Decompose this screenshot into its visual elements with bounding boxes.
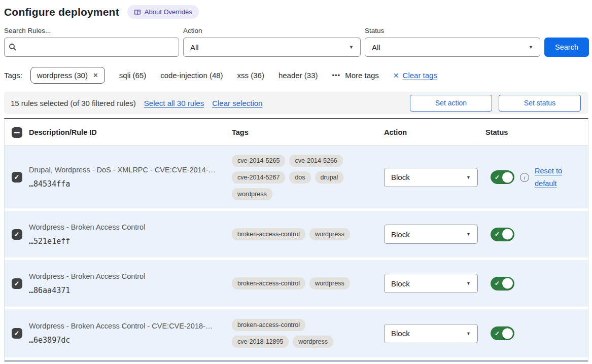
search-input[interactable] [21, 38, 175, 56]
rule-id: …6e3897dc [29, 336, 225, 345]
search-button[interactable]: Search [544, 38, 589, 57]
rule-action-cell: Block ▼ [384, 274, 485, 293]
rule-action-select[interactable]: Block ▼ [384, 168, 478, 187]
check-icon: ✓ [495, 330, 500, 337]
search-rules-label: Search Rules... [4, 27, 179, 34]
rule-status-cell: ✓ [485, 326, 588, 340]
rule-description: Wordpress - Broken Access Control - CVE:… [29, 322, 225, 330]
table-row: ✓ Wordpress - Broken Access Control - CV… [5, 309, 588, 357]
tag-chip: wordpress [293, 336, 333, 348]
status-filter: Status All ▼ [365, 27, 540, 57]
search-filter: Search Rules... [4, 27, 179, 57]
clear-tags-label: Clear tags [403, 71, 437, 80]
selected-tag-label: wordpress (30) [37, 71, 88, 80]
page-header: Configure deployment About Overrides [4, 5, 588, 19]
toggle-knob [502, 328, 513, 339]
rule-action-select[interactable]: Block ▼ [384, 274, 478, 293]
rule-description: Drupal, Wordpress - DoS - XMLRPC - CVE:C… [29, 166, 225, 174]
chevron-down-icon: ▼ [529, 45, 533, 50]
check-icon: ✓ [495, 280, 500, 287]
tag-chip: wordpress [309, 277, 350, 289]
remove-tag-icon[interactable]: ✕ [93, 71, 98, 79]
status-toggle[interactable]: ✓ [491, 170, 514, 184]
header-checkbox-cell [5, 127, 29, 138]
column-header-status: Status [485, 128, 588, 136]
row-checkbox-cell: ✓ [5, 278, 29, 289]
selected-tag-chip-wordpress[interactable]: wordpress (30) ✕ [30, 67, 105, 84]
tag-chip: cve-2018-12895 [232, 336, 289, 348]
rule-id: …86aa4371 [29, 286, 225, 295]
check-icon: ✓ [14, 330, 20, 337]
action-filter-value: All [190, 43, 199, 52]
bulk-action-buttons: Set action Set status [410, 95, 582, 112]
rule-action-cell: Block ▼ [384, 324, 485, 343]
chevron-down-icon: ▼ [466, 175, 471, 180]
tag-chip: broken-access-control [232, 277, 305, 289]
select-all-rules-link[interactable]: Select all 30 rules [144, 99, 204, 107]
row-checkbox[interactable]: ✓ [12, 328, 22, 339]
tag-chip: dos [289, 171, 310, 184]
status-filter-value: All [372, 43, 380, 52]
status-toggle[interactable]: ✓ [491, 228, 514, 241]
tag-chip: drupal [315, 171, 344, 184]
reset-to-default-link[interactable]: Reset to default [535, 165, 567, 190]
more-tags-button[interactable]: ••• More tags [332, 71, 378, 80]
status-toggle[interactable]: ✓ [491, 326, 514, 340]
ellipsis-icon: ••• [332, 71, 340, 79]
clear-selection-link[interactable]: Clear selection [212, 99, 262, 107]
book-icon [134, 9, 141, 16]
rule-description-cell: Wordpress - Broken Access Control - CVE:… [29, 322, 232, 345]
next-row-divider [5, 360, 588, 362]
rule-action-value: Block [391, 329, 410, 338]
indeterminate-mark-icon [14, 132, 20, 133]
chevron-down-icon: ▼ [466, 232, 471, 237]
chevron-down-icon: ▼ [466, 331, 471, 336]
tag-option-header[interactable]: header (33) [278, 71, 318, 80]
close-icon: ✕ [393, 71, 399, 80]
rule-action-select[interactable]: Block ▼ [384, 324, 478, 343]
tag-option-sqli[interactable]: sqli (65) [119, 71, 146, 80]
about-overrides-label: About Overrides [145, 8, 192, 16]
select-all-checkbox[interactable] [12, 127, 22, 138]
toggle-knob [502, 229, 513, 240]
row-checkbox[interactable]: ✓ [12, 278, 22, 289]
rule-description: Wordpress - Broken Access Control [29, 223, 225, 231]
tag-option-code-injection[interactable]: code-injection (48) [160, 71, 223, 80]
check-icon: ✓ [495, 231, 500, 238]
table-row: ✓ Wordpress - Broken Access Control …521… [5, 211, 588, 258]
action-label: Action [183, 27, 361, 34]
rule-status-cell: ✓ i Reset to default [485, 165, 588, 190]
action-filter-select[interactable]: All ▼ [183, 38, 361, 57]
check-icon: ✓ [495, 173, 500, 180]
rule-tags-cell: cve-2014-5265 cve-2014-5266 cve-2014-526… [232, 155, 359, 200]
rule-tags-cell: broken-access-control wordpress [232, 228, 359, 240]
set-status-button[interactable]: Set status [499, 95, 581, 112]
page-title: Configure deployment [4, 6, 119, 18]
rule-description-cell: Drupal, Wordpress - DoS - XMLRPC - CVE:C… [29, 166, 232, 189]
rule-tags-cell: broken-access-control wordpress [232, 277, 359, 289]
info-icon[interactable]: i [520, 173, 529, 182]
row-checkbox-cell: ✓ [5, 328, 29, 339]
rule-action-select[interactable]: Block ▼ [384, 225, 478, 244]
toggle-knob [502, 172, 513, 183]
chevron-down-icon: ▼ [466, 281, 471, 286]
about-overrides-badge[interactable]: About Overrides [127, 5, 199, 19]
tags-bar: Tags: wordpress (30) ✕ sqli (65) code-in… [4, 67, 588, 84]
toggle-knob [502, 278, 513, 289]
clear-tags-link[interactable]: ✕ Clear tags [393, 71, 437, 80]
chevron-down-icon: ▼ [349, 45, 354, 50]
column-header-tags: Tags [232, 128, 384, 136]
tag-chip: cve-2014-5266 [289, 155, 342, 167]
status-filter-select[interactable]: All ▼ [365, 38, 540, 57]
row-checkbox[interactable]: ✓ [12, 172, 22, 183]
selection-summary: 15 rules selected (of 30 filtered rules) [11, 99, 136, 107]
rule-status-cell: ✓ [485, 277, 588, 290]
tag-chip: broken-access-control [232, 319, 305, 331]
row-checkbox[interactable]: ✓ [12, 229, 22, 240]
search-box[interactable] [4, 38, 179, 57]
tag-option-xss[interactable]: xss (36) [237, 71, 264, 80]
status-toggle[interactable]: ✓ [491, 277, 514, 290]
rule-description: Wordpress - Broken Access Control [29, 272, 225, 280]
set-action-button[interactable]: Set action [410, 95, 492, 112]
tags-label: Tags: [4, 71, 22, 80]
